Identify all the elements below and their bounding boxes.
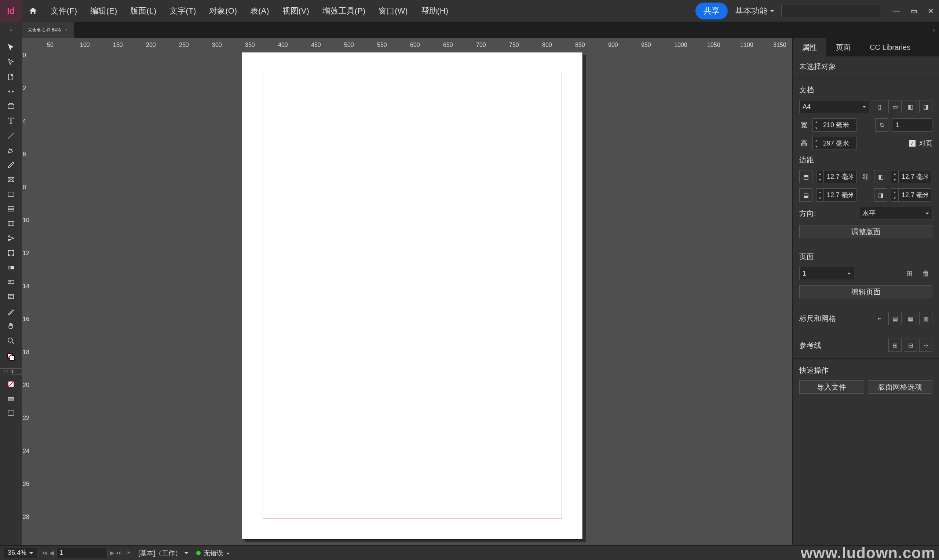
link-margins-icon[interactable]: ⛓ [860,173,870,181]
margin-left-input[interactable] [898,170,931,183]
next-page-icon[interactable]: ▶ [109,549,114,556]
page-tool[interactable] [4,70,19,84]
ruler-icon[interactable]: ⌐ [873,312,886,325]
margin-right-input[interactable] [898,188,931,202]
hand-tool[interactable] [4,319,19,334]
close-icon[interactable]: ✕ [922,6,939,15]
minimize-icon[interactable]: — [888,6,905,15]
maximize-icon[interactable]: ▭ [905,6,922,15]
page[interactable] [242,52,583,540]
menu-table[interactable]: 表(A) [244,6,276,17]
guide-option3-icon[interactable]: ⊹ [919,338,933,352]
scissors-tool[interactable] [4,231,19,246]
eyedropper-tool[interactable] [4,304,19,319]
orientation-select[interactable]: 水平 [859,207,933,220]
document-canvas[interactable] [32,48,792,545]
direct-selection-tool[interactable] [4,55,19,70]
new-page-icon[interactable]: ⊞ [904,269,916,278]
tab-pages[interactable]: 页面 [826,38,860,57]
rectangle-frame-tool[interactable] [4,172,19,187]
document-tab[interactable]: 未命名-1 @ 64% × [22,22,74,38]
menu-plugins[interactable]: 增效工具(P) [316,6,372,17]
page-number-input[interactable] [56,548,108,558]
panel-expand-icon[interactable]: « [933,27,939,33]
margin-right-stepper[interactable]: ▲▼ [891,188,931,202]
rectangle-tool[interactable] [4,187,19,202]
free-transform-tool[interactable] [4,246,19,260]
last-page-icon[interactable]: ⏭ [116,550,122,556]
edit-page-button[interactable]: 编辑页面 [799,285,933,298]
menu-object[interactable]: 对象(O) [202,6,244,17]
columns-icon[interactable]: ▥ [919,312,933,325]
line-tool[interactable] [4,128,19,143]
orientation-portrait-icon[interactable]: ▯ [873,100,886,113]
tab-properties[interactable]: 属性 [793,38,826,57]
binding-right-icon[interactable]: ◨ [919,100,933,113]
margin-bottom-stepper[interactable]: ▲▼ [816,188,856,202]
margin-bottom-input[interactable] [823,188,856,202]
page-navigator[interactable]: ⏮ ◀ ▶ ⏭ [42,548,122,558]
grid-icon[interactable]: ▦ [904,312,917,325]
gap-tool[interactable] [4,84,19,99]
margin-top-stepper[interactable]: ▲▼ [816,170,856,183]
gradient-feather-tool[interactable] [4,275,19,289]
menu-file[interactable]: 文件(F) [44,6,83,17]
pen-tool[interactable] [4,143,19,158]
toolbar-expand-icon[interactable]: » [0,22,22,38]
content-collector-tool[interactable] [4,99,19,114]
close-tab-icon[interactable]: × [65,28,68,32]
gradient-swatch-tool[interactable] [4,260,19,275]
width-input[interactable] [820,118,856,132]
import-file-button[interactable]: 导入文件 [799,380,864,394]
grid-lines-icon[interactable]: ▤ [888,312,902,325]
menu-type[interactable]: 文字(T) [163,6,202,17]
delete-page-icon[interactable]: 🗑 [919,269,933,278]
note-tool[interactable] [4,289,19,304]
screen-mode-icon[interactable] [4,406,19,421]
svg-rect-25 [8,411,14,415]
page-select[interactable]: 1 [799,267,854,280]
menu-view[interactable]: 视图(V) [276,6,316,17]
guide-option1-icon[interactable]: ⊞ [888,338,902,352]
search-input[interactable] [781,5,880,17]
adjust-layout-button[interactable]: 调整版面 [799,225,933,238]
preflight-status[interactable]: 无错误 [196,549,230,557]
guide-option2-icon[interactable]: ⊟ [904,338,917,352]
tab-cc-libraries[interactable]: CC Libraries [860,38,920,57]
prev-page-icon[interactable]: ◀ [49,549,54,556]
pencil-tool[interactable] [4,158,19,172]
zoom-tool[interactable] [4,334,19,348]
preflight-profile[interactable]: [基本]（工作） [135,548,192,558]
fill-stroke-proxy[interactable] [4,348,19,366]
menu-window[interactable]: 窗口(W) [372,6,414,17]
margin-left-stepper[interactable]: ▲▼ [891,170,931,183]
apply-gradient-icon[interactable] [4,391,19,406]
pages-input[interactable] [892,118,933,132]
facing-pages-checkbox[interactable]: ✓ [909,140,916,146]
first-page-icon[interactable]: ⏮ [42,550,47,556]
formatting-container-icon[interactable]: ▭T [0,366,22,377]
open-recent-icon[interactable]: ⟳ [126,551,130,555]
home-icon[interactable] [22,6,44,16]
vertical-ruler[interactable]: 0246810121416182022242628 [22,48,32,545]
page-preset-select[interactable]: A4 [799,100,869,113]
grid-options-button[interactable]: 版面网格选项 [868,380,933,394]
binding-left-icon[interactable]: ◧ [904,100,917,113]
vertical-grid-tool[interactable] [4,216,19,231]
share-button[interactable]: 共享 [695,3,728,19]
menu-help[interactable]: 帮助(H) [415,6,455,17]
type-tool[interactable]: T [4,114,19,128]
margin-top-input[interactable] [823,170,856,183]
apply-color-icon[interactable] [4,377,19,391]
zoom-level-select[interactable]: 36.4% [4,548,37,558]
workspace-switcher[interactable]: 基本功能 [735,6,774,17]
orientation-landscape-icon[interactable]: ▭ [888,100,902,113]
height-input[interactable] [820,137,856,150]
menu-edit[interactable]: 编辑(E) [83,6,123,17]
horizontal-ruler[interactable]: 5010015020025030035040045050055060065070… [32,38,792,48]
horizontal-grid-tool[interactable] [4,202,19,216]
height-stepper[interactable]: ▲▼ [813,137,856,150]
width-stepper[interactable]: ▲▼ [813,118,856,132]
menu-layout[interactable]: 版面(L) [123,6,163,17]
selection-tool[interactable] [4,40,19,55]
